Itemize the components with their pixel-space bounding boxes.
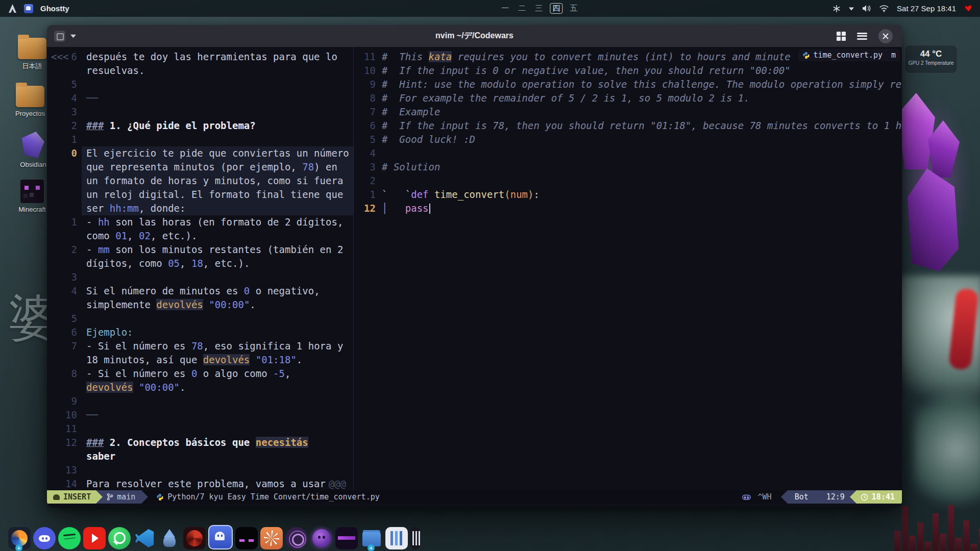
editor-line: 4── xyxy=(47,91,353,105)
menubar: Ghostty 一二三四五 Sat 27 Sep 18:41 xyxy=(0,0,980,17)
editor-line: 3 xyxy=(47,105,353,119)
statusline-time: 18:41 xyxy=(872,492,895,502)
winbar: time_convert.py m xyxy=(798,49,900,61)
left-pane-lines: 6después te doy las herramientas para qu… xyxy=(47,50,353,490)
workspace-indicator[interactable]: 二 xyxy=(518,4,526,13)
visualizer-bar xyxy=(955,538,962,551)
statusline: INSERT main Python/7 kyu Easy Time Conve… xyxy=(47,490,902,504)
split-grid-button[interactable] xyxy=(837,32,846,41)
dock-firefox-icon[interactable] xyxy=(8,527,31,549)
heart-icon[interactable] xyxy=(964,5,973,12)
desktop-icon-nihongo[interactable]: 日本語 xyxy=(17,38,47,71)
editor-line: 2 xyxy=(354,174,902,188)
copilot-icon xyxy=(742,493,751,501)
scroll-label: Bot xyxy=(795,492,808,502)
dock-youtube-icon[interactable] xyxy=(83,527,106,549)
dock-enderman-icon[interactable] xyxy=(235,527,258,549)
editor-line: 2- mm son los minutos restantes (también… xyxy=(47,243,353,257)
file-path-text: Python/7 kyu Easy Time Convert/time_conv… xyxy=(167,492,379,502)
dock-tor-icon[interactable] xyxy=(285,527,308,549)
desktop-icon-obsidian[interactable]: Obsidian xyxy=(18,132,48,168)
editor-line: 1 xyxy=(47,133,353,146)
editor-line: 5 xyxy=(47,312,353,325)
visualizer-bar xyxy=(940,534,946,551)
editor-line: como 01, 02, etc.). xyxy=(47,229,353,243)
dock-squid-icon[interactable] xyxy=(158,527,181,549)
visualizer-bar xyxy=(933,513,939,551)
window-titlebar[interactable]: nvim ~/デ/Codewars xyxy=(47,25,902,47)
editor-line: un formato de horas y minutos, como si f… xyxy=(47,174,353,188)
winbar-flag: m xyxy=(891,51,896,60)
workspace-indicator[interactable]: 四 xyxy=(550,3,562,14)
ghostty-app-icon[interactable] xyxy=(24,4,33,13)
lsp-keys: ^WH xyxy=(758,492,772,502)
dock-redspiral-icon[interactable] xyxy=(183,527,206,549)
editor-line: 18 minutos, así que devolvés "01:18". xyxy=(47,353,353,367)
editor-line: 1- hh son las horas (en formato de 2 díg… xyxy=(47,215,353,229)
chevron-down-icon[interactable] xyxy=(849,7,854,11)
right-pane[interactable]: 11# This kata requires you to convert mi… xyxy=(354,47,902,490)
dock-discord-icon[interactable] xyxy=(33,527,56,549)
editor-line: 12│ pass xyxy=(354,202,902,215)
editor-line: 5# Good luck! :D xyxy=(354,133,902,146)
editor-line: resuelvas. xyxy=(47,64,353,78)
editor-line: 13 xyxy=(47,463,353,477)
left-pane[interactable]: <<< 6después te doy las herramientas par… xyxy=(47,47,353,490)
desktop-icon-proyectos[interactable]: Proyectos xyxy=(15,86,45,117)
editor-line: que representa minutos (por ejemplo, 78)… xyxy=(47,160,353,174)
dock-bars-icon[interactable] xyxy=(410,527,421,549)
snowflake-icon[interactable] xyxy=(832,5,841,13)
dock-whatsapp-icon[interactable] xyxy=(108,527,131,549)
editor-line: 8- Si el número es 0 o algo como -5, xyxy=(47,367,353,381)
obsidian-icon xyxy=(22,132,44,158)
workspace-indicator[interactable]: 五 xyxy=(570,4,577,13)
mode-indicator: INSERT xyxy=(47,490,96,504)
menubar-clock[interactable]: Sat 27 Sep 18:41 xyxy=(897,4,956,13)
dock-ghostty-icon[interactable] xyxy=(208,525,233,549)
visualizer-bar xyxy=(917,522,923,551)
desktop-icon-label: Minecraft xyxy=(17,206,47,213)
dock-gastly-icon[interactable] xyxy=(310,527,333,549)
desktop-icon-minecraft[interactable]: Minecraft xyxy=(17,180,47,213)
folder-icon xyxy=(16,86,44,107)
wifi-icon[interactable] xyxy=(879,5,889,12)
editor-line: 10# If the input is 0 or negative value,… xyxy=(354,64,902,78)
desktop-icon-label: Obsidian xyxy=(18,161,48,168)
editor-line: 6después te doy las herramientas para qu… xyxy=(47,50,353,64)
folder-icon xyxy=(18,38,46,59)
lsp-status: ^WH xyxy=(742,490,781,504)
editor-line: 2### 1. ¿Qué pide el problema? xyxy=(47,119,353,133)
tab-dropdown-icon[interactable] xyxy=(70,34,76,38)
scroll-position: Bot 12:9 xyxy=(788,490,850,504)
dock-mixer-icon[interactable] xyxy=(385,527,408,549)
visualizer-bar xyxy=(902,506,908,551)
active-app-name[interactable]: Ghostty xyxy=(40,4,69,13)
branch-name: main xyxy=(117,492,135,502)
dock-mcface-icon[interactable] xyxy=(335,527,358,549)
editor-line: 9 xyxy=(47,394,353,408)
dock-folder-icon[interactable] xyxy=(360,527,383,549)
powerline-separator xyxy=(781,490,788,504)
volume-icon[interactable] xyxy=(862,5,871,12)
dock-vscode-icon[interactable] xyxy=(133,527,156,549)
workspace-indicator[interactable]: 一 xyxy=(501,4,509,13)
arch-logo-icon[interactable] xyxy=(8,4,17,13)
python-icon xyxy=(802,52,810,59)
editor-line: 5 xyxy=(47,78,353,91)
editor-line: 14Para resolver este problema, vamos a u… xyxy=(47,477,353,490)
editor-line: 3 xyxy=(47,270,353,284)
close-button[interactable] xyxy=(878,29,893,43)
editor-line: 8# For example the remainder of 5 / 2 is… xyxy=(354,91,902,105)
terminal-window: nvim ~/デ/Codewars <<< 6después te doy la… xyxy=(47,25,902,507)
terminal-tab-icon[interactable] xyxy=(54,31,65,42)
dock-spotify-icon[interactable] xyxy=(58,527,81,549)
editor-area: <<< 6después te doy las herramientas par… xyxy=(47,47,902,490)
desktop-icon-label: Proyectos xyxy=(15,110,45,117)
file-path: Python/7 kyu Easy Time Convert/time_conv… xyxy=(148,490,379,504)
workspace-indicator[interactable]: 三 xyxy=(535,4,543,13)
editor-line: 11 xyxy=(47,422,353,436)
dock-starburst-icon[interactable] xyxy=(260,527,283,549)
menu-button[interactable] xyxy=(857,33,867,40)
window-title: nvim ~/デ/Codewars xyxy=(47,31,902,41)
editor-line: 1` `def time_convert(num): xyxy=(354,188,902,202)
